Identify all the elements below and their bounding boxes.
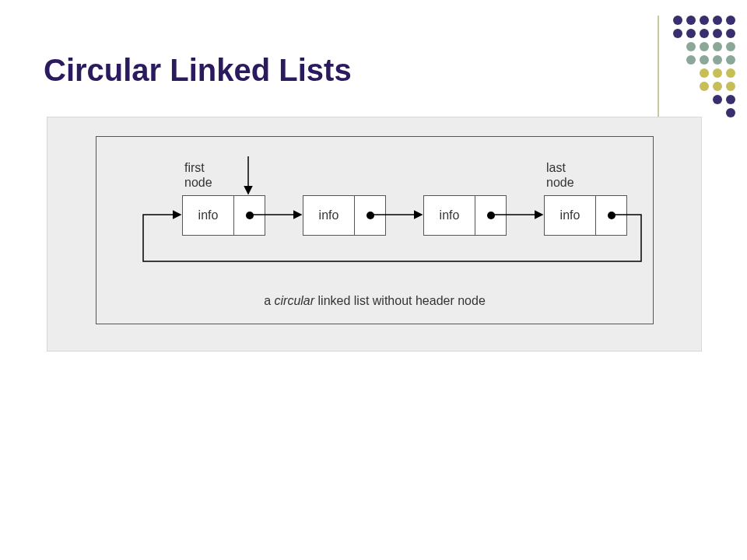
list-node: info — [544, 195, 627, 236]
decor-dot — [673, 29, 682, 38]
list-node: info — [423, 195, 507, 236]
decor-dot — [713, 95, 722, 104]
decor-dot — [700, 42, 709, 51]
label-first-node: first node — [184, 160, 212, 190]
pointer-dot-icon — [487, 212, 495, 219]
node-pointer-cell — [596, 196, 626, 235]
decor-dot — [726, 82, 735, 91]
pointer-dot-icon — [608, 212, 615, 219]
decor-dot — [726, 42, 735, 51]
decor-dot — [713, 55, 722, 65]
list-node: info — [182, 195, 265, 236]
list-node: info — [303, 195, 386, 236]
decor-dot — [700, 68, 709, 78]
decor-dot — [700, 55, 709, 65]
decor-dot — [726, 108, 735, 117]
decor-dot — [713, 42, 722, 51]
node-pointer-cell — [234, 196, 265, 235]
decor-dot — [686, 42, 696, 51]
decor-dot — [713, 29, 722, 38]
decor-dot — [713, 82, 722, 91]
node-pointer-cell — [475, 196, 506, 235]
decor-dot — [686, 55, 696, 65]
decor-dot — [700, 16, 709, 25]
caption-prefix: a — [264, 294, 274, 307]
node-info-cell: info — [183, 196, 234, 235]
caption: a circular linked list without header no… — [96, 294, 653, 308]
decor-dot — [700, 82, 709, 91]
decor-line — [658, 16, 659, 117]
decor-dot — [713, 68, 722, 78]
label-last-node: last node — [546, 160, 574, 190]
pointer-dot-icon — [246, 212, 254, 219]
decor-dot — [726, 95, 735, 104]
page-title: Circular Linked Lists — [44, 53, 352, 88]
decor-dot — [726, 16, 735, 25]
decor-dot — [726, 55, 735, 65]
node-info-cell: info — [545, 196, 596, 235]
caption-suffix: linked list without header node — [314, 294, 486, 307]
decor-dot — [686, 29, 696, 38]
decor-dot — [673, 16, 682, 25]
decor-dot — [700, 29, 709, 38]
node-info-cell: info — [303, 196, 355, 235]
node-pointer-cell — [355, 196, 385, 235]
decor-dot — [713, 16, 722, 25]
decor-dot — [726, 29, 735, 38]
pointer-dot-icon — [366, 212, 374, 219]
decor-dot — [726, 68, 735, 78]
diagram-box: first node last node infoinfoinfoinfo a … — [96, 136, 654, 324]
decor-dot — [686, 16, 696, 25]
node-info-cell: info — [424, 196, 475, 235]
caption-italic: circular — [275, 294, 315, 307]
diagram-panel: first node last node infoinfoinfoinfo a … — [47, 117, 702, 352]
